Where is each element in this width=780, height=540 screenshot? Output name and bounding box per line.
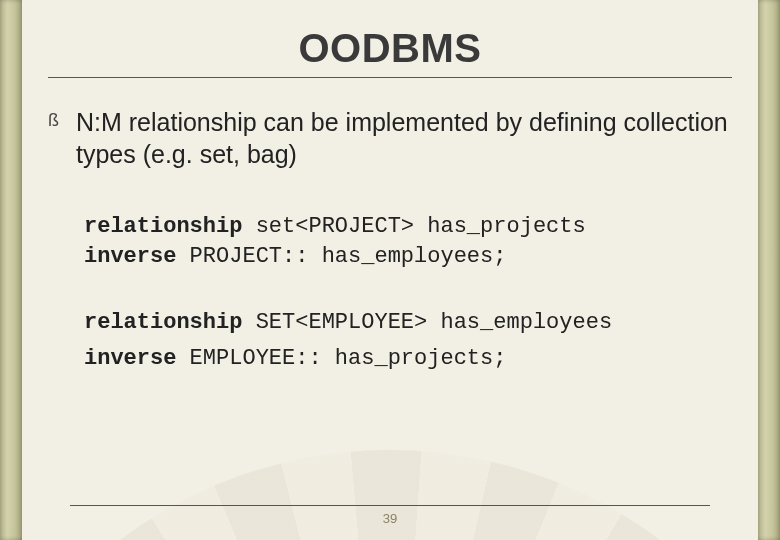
keyword-inverse: inverse (84, 346, 176, 371)
title-underline (48, 77, 732, 78)
slide: OODBMS ß N:M relationship can be impleme… (0, 0, 780, 540)
bullet-icon: ß (48, 106, 76, 170)
keyword-inverse: inverse (84, 244, 176, 269)
right-decorative-bar (758, 0, 780, 540)
bullet-item: ß N:M relationship can be implemented by… (48, 106, 732, 170)
keyword-relationship: relationship (84, 310, 242, 335)
code-block-2: relationship SET<EMPLOYEE> has_employees… (84, 305, 732, 375)
footer-rule (70, 505, 710, 506)
code-text: EMPLOYEE:: has_projects; (176, 346, 506, 371)
code-text: SET<EMPLOYEE> has_employees (242, 310, 612, 335)
keyword-relationship: relationship (84, 214, 242, 239)
code-text: set<PROJECT> has_projects (242, 214, 585, 239)
left-decorative-bar (0, 0, 22, 540)
code-block-1: relationship set<PROJECT> has_projects i… (84, 212, 732, 271)
slide-title: OODBMS (48, 26, 732, 71)
code-text: PROJECT:: has_employees; (176, 244, 506, 269)
bullet-text: N:M relationship can be implemented by d… (76, 106, 732, 170)
content-area: OODBMS ß N:M relationship can be impleme… (22, 0, 758, 540)
page-number: 39 (22, 511, 758, 526)
